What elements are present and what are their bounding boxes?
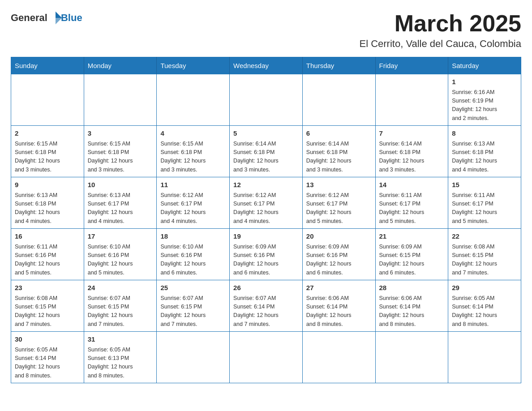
calendar-day-7: 7Sunrise: 6:14 AMSunset: 6:18 PMDaylight… bbox=[375, 126, 448, 177]
calendar-day-9: 9Sunrise: 6:13 AMSunset: 6:18 PMDaylight… bbox=[11, 177, 84, 229]
calendar-day-5: 5Sunrise: 6:14 AMSunset: 6:18 PMDaylight… bbox=[230, 126, 303, 177]
title-block: March 2025 El Cerrito, Valle del Cauca, … bbox=[359, 11, 521, 50]
day-number: 13 bbox=[306, 180, 372, 190]
calendar-day-23: 23Sunrise: 6:08 AMSunset: 6:15 PMDayligh… bbox=[11, 280, 84, 332]
day-info: Sunrise: 6:13 AMSunset: 6:18 PMDaylight:… bbox=[15, 191, 80, 226]
day-number: 3 bbox=[88, 128, 153, 139]
day-number: 11 bbox=[160, 180, 226, 190]
calendar-day-19: 19Sunrise: 6:09 AMSunset: 6:16 PMDayligh… bbox=[230, 229, 303, 280]
calendar-day-15: 15Sunrise: 6:11 AMSunset: 6:17 PMDayligh… bbox=[448, 177, 521, 229]
calendar-day-17: 17Sunrise: 6:10 AMSunset: 6:16 PMDayligh… bbox=[84, 229, 157, 280]
day-info: Sunrise: 6:09 AMSunset: 6:15 PMDaylight:… bbox=[379, 243, 445, 278]
day-number: 22 bbox=[452, 231, 517, 242]
empty-cell bbox=[302, 74, 375, 126]
calendar-day-26: 26Sunrise: 6:07 AMSunset: 6:14 PMDayligh… bbox=[230, 280, 303, 332]
day-info: Sunrise: 6:05 AMSunset: 6:14 PMDaylight:… bbox=[452, 294, 517, 329]
day-number: 18 bbox=[160, 231, 226, 242]
day-info: Sunrise: 6:16 AMSunset: 6:19 PMDaylight:… bbox=[452, 88, 517, 123]
empty-cell bbox=[84, 74, 157, 126]
day-number: 12 bbox=[233, 180, 299, 190]
day-info: Sunrise: 6:12 AMSunset: 6:17 PMDaylight:… bbox=[233, 191, 299, 226]
weekday-header-wednesday: Wednesday bbox=[230, 57, 303, 74]
day-info: Sunrise: 6:06 AMSunset: 6:14 PMDaylight:… bbox=[306, 294, 372, 329]
page-header: General Blue March 2025 El Cerrito, Vall… bbox=[11, 11, 521, 50]
day-number: 20 bbox=[306, 231, 372, 242]
calendar-day-21: 21Sunrise: 6:09 AMSunset: 6:15 PMDayligh… bbox=[375, 229, 448, 280]
calendar-day-1: 1Sunrise: 6:16 AMSunset: 6:19 PMDaylight… bbox=[448, 74, 521, 126]
day-info: Sunrise: 6:05 AMSunset: 6:13 PMDaylight:… bbox=[88, 346, 153, 381]
calendar: SundayMondayTuesdayWednesdayThursdayFrid… bbox=[11, 57, 521, 383]
empty-cell bbox=[448, 332, 521, 383]
day-info: Sunrise: 6:15 AMSunset: 6:18 PMDaylight:… bbox=[15, 140, 80, 175]
calendar-day-13: 13Sunrise: 6:12 AMSunset: 6:17 PMDayligh… bbox=[302, 177, 375, 229]
calendar-day-2: 2Sunrise: 6:15 AMSunset: 6:18 PMDaylight… bbox=[11, 126, 84, 177]
empty-cell bbox=[11, 74, 84, 126]
calendar-week-row: 2Sunrise: 6:15 AMSunset: 6:18 PMDaylight… bbox=[11, 126, 521, 177]
calendar-week-row: 23Sunrise: 6:08 AMSunset: 6:15 PMDayligh… bbox=[11, 280, 521, 332]
day-number: 26 bbox=[233, 283, 299, 293]
day-number: 31 bbox=[88, 334, 153, 345]
day-number: 21 bbox=[379, 231, 445, 242]
day-info: Sunrise: 6:14 AMSunset: 6:18 PMDaylight:… bbox=[306, 140, 372, 175]
day-number: 25 bbox=[160, 283, 226, 293]
calendar-week-row: 30Sunrise: 6:05 AMSunset: 6:14 PMDayligh… bbox=[11, 332, 521, 383]
day-info: Sunrise: 6:09 AMSunset: 6:16 PMDaylight:… bbox=[233, 243, 299, 278]
day-info: Sunrise: 6:05 AMSunset: 6:14 PMDaylight:… bbox=[15, 346, 80, 381]
day-number: 8 bbox=[452, 128, 517, 139]
day-number: 16 bbox=[15, 231, 80, 242]
day-info: Sunrise: 6:13 AMSunset: 6:17 PMDaylight:… bbox=[88, 191, 153, 226]
calendar-day-14: 14Sunrise: 6:11 AMSunset: 6:17 PMDayligh… bbox=[375, 177, 448, 229]
calendar-day-10: 10Sunrise: 6:13 AMSunset: 6:17 PMDayligh… bbox=[84, 177, 157, 229]
day-info: Sunrise: 6:15 AMSunset: 6:18 PMDaylight:… bbox=[160, 140, 226, 175]
day-info: Sunrise: 6:12 AMSunset: 6:17 PMDaylight:… bbox=[306, 191, 372, 226]
calendar-day-22: 22Sunrise: 6:08 AMSunset: 6:15 PMDayligh… bbox=[448, 229, 521, 280]
day-number: 9 bbox=[15, 180, 80, 190]
calendar-week-row: 16Sunrise: 6:11 AMSunset: 6:16 PMDayligh… bbox=[11, 229, 521, 280]
empty-cell bbox=[230, 74, 303, 126]
calendar-day-31: 31Sunrise: 6:05 AMSunset: 6:13 PMDayligh… bbox=[84, 332, 157, 383]
weekday-header-thursday: Thursday bbox=[302, 57, 375, 74]
day-number: 7 bbox=[379, 128, 445, 139]
calendar-day-30: 30Sunrise: 6:05 AMSunset: 6:14 PMDayligh… bbox=[11, 332, 84, 383]
calendar-day-4: 4Sunrise: 6:15 AMSunset: 6:18 PMDaylight… bbox=[157, 126, 230, 177]
day-number: 2 bbox=[15, 128, 80, 139]
day-number: 17 bbox=[88, 231, 153, 242]
calendar-day-16: 16Sunrise: 6:11 AMSunset: 6:16 PMDayligh… bbox=[11, 229, 84, 280]
day-number: 27 bbox=[306, 283, 372, 293]
day-info: Sunrise: 6:07 AMSunset: 6:14 PMDaylight:… bbox=[233, 294, 299, 329]
day-number: 5 bbox=[233, 128, 299, 139]
weekday-header-sunday: Sunday bbox=[11, 57, 84, 74]
calendar-day-24: 24Sunrise: 6:07 AMSunset: 6:15 PMDayligh… bbox=[84, 280, 157, 332]
logo-blue: Blue bbox=[61, 12, 82, 24]
calendar-day-18: 18Sunrise: 6:10 AMSunset: 6:16 PMDayligh… bbox=[157, 229, 230, 280]
day-info: Sunrise: 6:07 AMSunset: 6:15 PMDaylight:… bbox=[88, 294, 153, 329]
calendar-day-27: 27Sunrise: 6:06 AMSunset: 6:14 PMDayligh… bbox=[302, 280, 375, 332]
day-info: Sunrise: 6:08 AMSunset: 6:15 PMDaylight:… bbox=[15, 294, 80, 329]
day-info: Sunrise: 6:11 AMSunset: 6:17 PMDaylight:… bbox=[379, 191, 445, 226]
day-number: 19 bbox=[233, 231, 299, 242]
empty-cell bbox=[375, 74, 448, 126]
day-info: Sunrise: 6:07 AMSunset: 6:15 PMDaylight:… bbox=[160, 294, 226, 329]
day-number: 29 bbox=[452, 283, 517, 293]
day-info: Sunrise: 6:14 AMSunset: 6:18 PMDaylight:… bbox=[379, 140, 445, 175]
day-number: 6 bbox=[306, 128, 372, 139]
weekday-header-friday: Friday bbox=[375, 57, 448, 74]
day-number: 30 bbox=[15, 334, 80, 345]
day-number: 23 bbox=[15, 283, 80, 293]
day-number: 4 bbox=[160, 128, 226, 139]
calendar-day-11: 11Sunrise: 6:12 AMSunset: 6:17 PMDayligh… bbox=[157, 177, 230, 229]
weekday-header-saturday: Saturday bbox=[448, 57, 521, 74]
empty-cell bbox=[157, 74, 230, 126]
day-info: Sunrise: 6:09 AMSunset: 6:16 PMDaylight:… bbox=[306, 243, 372, 278]
location-title: El Cerrito, Valle del Cauca, Colombia bbox=[359, 38, 521, 50]
day-info: Sunrise: 6:14 AMSunset: 6:18 PMDaylight:… bbox=[233, 140, 299, 175]
calendar-day-20: 20Sunrise: 6:09 AMSunset: 6:16 PMDayligh… bbox=[302, 229, 375, 280]
calendar-day-28: 28Sunrise: 6:06 AMSunset: 6:14 PMDayligh… bbox=[375, 280, 448, 332]
calendar-day-12: 12Sunrise: 6:12 AMSunset: 6:17 PMDayligh… bbox=[230, 177, 303, 229]
empty-cell bbox=[302, 332, 375, 383]
calendar-day-29: 29Sunrise: 6:05 AMSunset: 6:14 PMDayligh… bbox=[448, 280, 521, 332]
day-info: Sunrise: 6:12 AMSunset: 6:17 PMDaylight:… bbox=[160, 191, 226, 226]
calendar-day-25: 25Sunrise: 6:07 AMSunset: 6:15 PMDayligh… bbox=[157, 280, 230, 332]
day-number: 15 bbox=[452, 180, 517, 190]
calendar-week-row: 9Sunrise: 6:13 AMSunset: 6:18 PMDaylight… bbox=[11, 177, 521, 229]
